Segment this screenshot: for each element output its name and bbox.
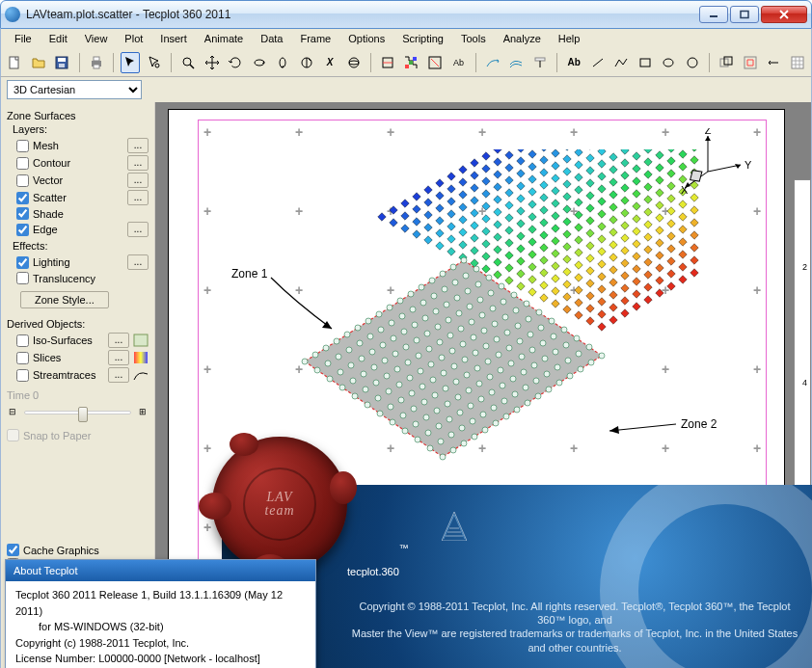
contour-tool-icon[interactable] xyxy=(401,52,421,73)
menu-tools[interactable]: Tools xyxy=(453,31,494,46)
effect-lighting-checkbox[interactable] xyxy=(16,256,29,269)
menu-data[interactable]: Data xyxy=(253,31,290,46)
svg-point-551 xyxy=(400,413,406,418)
derived-stream-options[interactable]: ... xyxy=(108,367,129,383)
slider-thumb[interactable] xyxy=(78,407,88,422)
probe-icon[interactable] xyxy=(530,52,551,73)
menu-options[interactable]: Options xyxy=(340,31,392,46)
menu-edit[interactable]: Edit xyxy=(41,31,75,46)
derived-iso-options[interactable]: ... xyxy=(108,333,129,348)
about-titlebar[interactable]: About Tecplot xyxy=(6,560,315,581)
svg-rect-81 xyxy=(436,217,444,225)
menu-frame[interactable]: Frame xyxy=(292,31,338,46)
open-file-icon[interactable] xyxy=(29,52,49,73)
derived-stream-checkbox[interactable] xyxy=(16,369,29,382)
save-icon[interactable] xyxy=(52,52,72,73)
svg-point-457 xyxy=(346,347,352,353)
layer-edge-options[interactable]: ... xyxy=(127,222,149,237)
spreadsheet-icon[interactable] xyxy=(787,52,807,73)
svg-rect-25 xyxy=(535,58,545,61)
maximize-button[interactable] xyxy=(730,6,759,23)
menu-analyze[interactable]: Analyze xyxy=(496,31,549,46)
layer-contour-checkbox[interactable] xyxy=(16,157,29,170)
minimize-button[interactable] xyxy=(699,6,728,23)
layer-vector-label: Vector xyxy=(33,174,123,186)
line-icon[interactable] xyxy=(588,52,609,73)
contour-label-icon[interactable]: Ab xyxy=(448,52,469,73)
circle-icon[interactable] xyxy=(683,52,703,73)
layer-vector-checkbox[interactable] xyxy=(16,174,29,187)
derived-iso-checkbox[interactable] xyxy=(16,334,29,347)
cache-checkbox[interactable] xyxy=(7,544,19,556)
svg-rect-73 xyxy=(563,293,571,301)
svg-rect-223 xyxy=(540,181,548,189)
adjust-tool-icon[interactable] xyxy=(144,52,164,73)
svg-rect-124 xyxy=(494,221,501,228)
menu-help[interactable]: Help xyxy=(551,31,588,46)
time-slider[interactable]: ⊟ ⊞ xyxy=(7,407,149,418)
layer-mesh-options[interactable]: ... xyxy=(127,138,149,153)
rotate3-icon[interactable] xyxy=(273,52,293,73)
rotate-spherical-icon[interactable] xyxy=(343,52,364,73)
svg-rect-57 xyxy=(598,323,606,331)
ellipse-icon[interactable] xyxy=(659,52,679,73)
effect-lighting-options[interactable]: ... xyxy=(127,254,149,270)
layer-vector-options[interactable]: ... xyxy=(127,173,149,188)
svg-point-513 xyxy=(469,319,474,325)
rotate2-icon[interactable] xyxy=(249,52,269,73)
rotate-twist-icon[interactable]: X xyxy=(320,52,340,73)
rect-icon[interactable] xyxy=(636,52,656,73)
zoom-icon[interactable] xyxy=(178,52,199,73)
svg-rect-261 xyxy=(540,156,548,164)
svg-point-474 xyxy=(369,349,375,355)
streamtrace-icon[interactable] xyxy=(483,52,503,73)
layer-shade-checkbox[interactable] xyxy=(16,207,29,220)
polyline-icon[interactable] xyxy=(611,52,632,73)
rotate-axis-icon[interactable] xyxy=(296,52,316,73)
svg-rect-153 xyxy=(609,266,617,274)
layer-edge-checkbox[interactable] xyxy=(16,224,29,236)
layer-contour-options[interactable]: ... xyxy=(127,155,149,171)
blank-icon[interactable] xyxy=(764,52,784,73)
svg-point-545 xyxy=(494,336,500,342)
new-file-icon[interactable] xyxy=(5,52,25,73)
close-button[interactable] xyxy=(761,6,807,23)
select-tool-icon[interactable] xyxy=(121,52,141,73)
pan-icon[interactable] xyxy=(202,52,222,73)
menu-animate[interactable]: Animate xyxy=(197,31,251,46)
menu-view[interactable]: View xyxy=(77,31,116,46)
svg-rect-213 xyxy=(644,246,652,254)
svg-rect-85 xyxy=(482,240,490,248)
layer-scatter-options[interactable]: ... xyxy=(127,190,149,205)
svg-rect-149 xyxy=(563,243,571,251)
derived-slices-options[interactable]: ... xyxy=(108,350,129,365)
slice-icon[interactable] xyxy=(378,52,398,73)
svg-point-594 xyxy=(542,356,548,361)
rotate-icon[interactable] xyxy=(226,52,246,73)
svg-rect-61 xyxy=(424,224,432,231)
svg-point-501 xyxy=(499,283,504,289)
layer-mesh-checkbox[interactable] xyxy=(16,140,29,152)
menu-file[interactable]: File xyxy=(7,31,40,46)
new-zone-icon[interactable] xyxy=(717,52,737,73)
derived-slices-checkbox[interactable] xyxy=(16,352,29,364)
effect-translucency-checkbox[interactable] xyxy=(16,272,29,284)
layer-scatter-checkbox[interactable] xyxy=(16,192,29,204)
contour-del-icon[interactable] xyxy=(425,52,446,73)
zone-style-button[interactable]: Zone Style... xyxy=(20,291,109,308)
menu-scripting[interactable]: Scripting xyxy=(394,31,451,46)
svg-point-602 xyxy=(470,418,475,424)
svg-point-503 xyxy=(363,387,368,392)
streamtrace2-icon[interactable] xyxy=(506,52,527,73)
text-icon[interactable]: Ab xyxy=(564,52,584,73)
svg-point-570 xyxy=(445,401,450,407)
extract-icon[interactable] xyxy=(740,52,760,73)
layer-scatter-label: Scatter xyxy=(33,192,123,203)
svg-rect-86 xyxy=(494,246,501,254)
menu-plot[interactable]: Plot xyxy=(117,31,150,46)
menu-insert[interactable]: Insert xyxy=(152,31,195,46)
plot-type-select[interactable]: 3D Cartesian xyxy=(7,80,142,99)
slider-track[interactable] xyxy=(24,411,131,414)
svg-rect-21 xyxy=(409,61,413,65)
print-icon[interactable] xyxy=(86,52,106,73)
